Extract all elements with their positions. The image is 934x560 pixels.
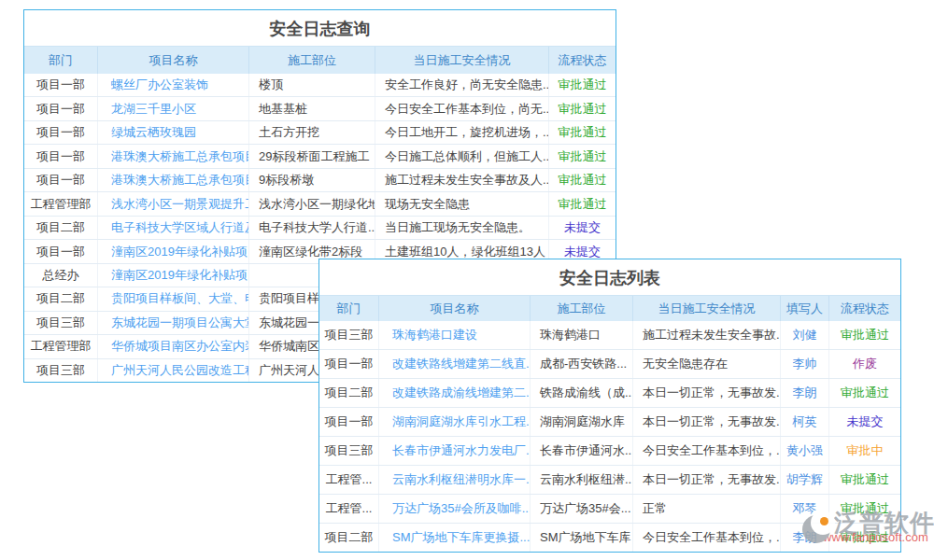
- cell-dept: 项目三部: [319, 437, 378, 465]
- table-row: 项目一部湖南洞庭湖水库引水工程...湖南洞庭湖水库本日一切正常，无事故发...柯…: [319, 407, 900, 436]
- cell-safety: 今日安全工作基本到位，...: [632, 524, 780, 552]
- cell-dept: 项目二部: [319, 379, 378, 407]
- window-title-query: 安全日志查询: [24, 10, 616, 46]
- cell-status: 审批通过: [828, 379, 900, 407]
- watermark-url: www.fanpusoft.com: [823, 530, 934, 544]
- cell-dept: 项目二部: [24, 287, 97, 310]
- col-header-location: 施工部位: [530, 296, 632, 321]
- cell-writer[interactable]: 李帅: [780, 350, 828, 378]
- cell-project[interactable]: 潼南区2019年绿化补贴项目-...: [97, 240, 248, 262]
- cell-project[interactable]: 长春市伊通河水力发电厂...: [378, 437, 530, 465]
- cell-dept: 项目一部: [24, 121, 97, 144]
- cell-location: 9标段桥墩: [248, 169, 375, 191]
- cell-location: 云南水利枢纽潜...: [530, 466, 632, 494]
- cell-dept: 项目三部: [24, 359, 97, 382]
- cell-dept: 项目二部: [24, 217, 97, 239]
- cell-project[interactable]: 港珠澳大桥施工总承包项目: [97, 169, 248, 191]
- cell-safety: 现场无安全隐患: [375, 192, 548, 215]
- cell-project[interactable]: 龙湖三千里小区: [97, 97, 248, 119]
- col-header-status: 流程状态: [828, 296, 900, 321]
- table-row: 项目二部改建铁路成渝线增建第二...铁路成渝线（成...本日一切正常，无事故发.…: [319, 378, 900, 407]
- table-row: 项目一部港珠澳大桥施工总承包项目9标段桥墩施工过程未发生安全事故及人...审批通…: [24, 168, 616, 191]
- cell-writer[interactable]: 胡学辉: [780, 466, 828, 494]
- cell-dept: 工程管理部: [24, 192, 97, 215]
- cell-safety: 本日一切正常，无事故发...: [632, 466, 780, 494]
- vendor-watermark: 泛普软件 www.fanpusoft.com: [797, 508, 934, 544]
- cell-dept: 工程管理部: [24, 335, 97, 357]
- cell-location: 成都-西安铁路...: [530, 350, 632, 378]
- cell-writer[interactable]: 李朗: [780, 379, 828, 407]
- cell-project[interactable]: 华侨城项目南区办公室内装修: [97, 335, 248, 357]
- cell-project[interactable]: 湖南洞庭湖水库引水工程...: [378, 408, 530, 436]
- cell-project[interactable]: 螺丝厂办公室装饰: [97, 74, 248, 96]
- cell-status: 审批通过: [828, 321, 900, 349]
- col-header-status: 流程状态: [548, 47, 616, 74]
- cell-project[interactable]: 港珠澳大桥施工总承包项目: [97, 145, 248, 167]
- cell-project[interactable]: 东城花园一期项目公寓大堂 装: [97, 312, 248, 334]
- cell-location: 铁路成渝线（成...: [530, 379, 632, 407]
- cell-project[interactable]: 珠海鹤港口建设: [378, 321, 530, 349]
- cell-dept: 项目二部: [319, 524, 378, 552]
- cell-status: 未提交: [828, 408, 900, 436]
- table-row: 工程管...云南水利枢纽潜明水库一...云南水利枢纽潜...本日一切正常，无事故…: [319, 465, 900, 494]
- cell-status: 审批通过: [548, 145, 616, 167]
- table-row: 项目一部龙湖三千里小区地基基桩今日安全工作基本到位，尚无...审批通过: [24, 96, 616, 119]
- cell-status: 审批通过: [548, 169, 616, 191]
- col-header-location: 施工部位: [248, 47, 375, 74]
- cell-dept: 项目一部: [24, 240, 97, 262]
- table-row: 项目三部珠海鹤港口建设珠海鹤港口施工过程未发生安全事故...刘健审批通过: [319, 321, 900, 349]
- cell-project[interactable]: 万达广场35#会所及咖啡...: [378, 495, 530, 523]
- cell-location: 湖南洞庭湖水库: [530, 408, 632, 436]
- cell-safety: 当日施工现场无安全隐患。: [375, 217, 548, 239]
- cell-dept: 项目一部: [24, 169, 97, 191]
- cell-location: 浅水湾小区一期绿化地: [248, 192, 375, 215]
- cell-project[interactable]: 改建铁路线增建第二线直...: [378, 350, 530, 378]
- cell-location: 楼顶: [248, 74, 375, 96]
- cell-status: 审批通过: [548, 121, 616, 144]
- cell-project[interactable]: 浅水湾小区一期景观提升工程: [97, 192, 248, 215]
- cell-status: 作废: [828, 350, 900, 378]
- cell-location: SM广场地下车库: [530, 524, 632, 552]
- cell-status: 审批中: [828, 437, 900, 465]
- cell-location: 电子科技大学人行道...: [248, 217, 375, 239]
- cell-project[interactable]: SM广场地下车库更换摄...: [378, 524, 530, 552]
- cell-safety: 今日施工总体顺利，但施工人...: [375, 145, 548, 167]
- col-header-project: 项目名称: [378, 296, 530, 321]
- cell-safety: 本日一切正常，无事故发...: [632, 408, 780, 436]
- query-table-header: 部门项目名称施工部位当日施工安全情况流程状态: [24, 46, 616, 74]
- cell-project[interactable]: 广州天河人民公园改造工程: [97, 359, 248, 382]
- cell-project[interactable]: 改建铁路成渝线增建第二...: [378, 379, 530, 407]
- cell-dept: 总经办: [24, 264, 97, 287]
- fanpu-logo-icon: [802, 515, 830, 543]
- cell-location: 珠海鹤港口: [530, 321, 632, 349]
- cell-location: 土石方开挖: [248, 121, 375, 144]
- cell-writer[interactable]: 柯英: [780, 408, 828, 436]
- cell-project[interactable]: 电子科技大学区域人行道及非: [97, 217, 248, 239]
- table-row: 项目三部长春市伊通河水力发电厂...长春市伊通河水...今日安全工作基本到位，.…: [319, 436, 900, 465]
- cell-safety: 今日工地开工，旋挖机进场，...: [375, 121, 548, 144]
- cell-writer[interactable]: 刘健: [780, 321, 828, 349]
- cell-project[interactable]: 潼南区2019年绿化补贴项目-...: [97, 264, 248, 287]
- cell-status: 审批通过: [828, 466, 900, 494]
- cell-dept: 项目一部: [319, 350, 378, 378]
- col-header-safety: 当日施工安全情况: [632, 296, 780, 321]
- cell-dept: 工程管...: [319, 466, 378, 494]
- cell-safety: 正常: [632, 495, 780, 523]
- table-row: 项目一部绿城云栖玫瑰园土石方开挖今日工地开工，旋挖机进场，...审批通过: [24, 120, 616, 144]
- cell-dept: 项目一部: [24, 74, 97, 96]
- cell-project[interactable]: 云南水利枢纽潜明水库一...: [378, 466, 530, 494]
- table-row: 项目一部港珠澳大桥施工总承包项目29标段桥面工程施工今日施工总体顺利，但施工人.…: [24, 144, 616, 167]
- cell-status: 审批通过: [548, 192, 616, 215]
- cell-safety: 无安全隐患存在: [632, 350, 780, 378]
- cell-location: 地基基桩: [248, 97, 375, 119]
- cell-safety: 施工过程未发生安全事故...: [632, 321, 780, 349]
- cell-project[interactable]: 绿城云栖玫瑰园: [97, 121, 248, 144]
- cell-dept: 项目三部: [24, 312, 97, 334]
- table-row: 项目二部电子科技大学区域人行道及非电子科技大学人行道...当日施工现场无安全隐患…: [24, 216, 616, 239]
- window-title-list: 安全日志列表: [319, 259, 900, 295]
- cell-status: 未提交: [548, 217, 616, 239]
- cell-location: 万达广场35#会...: [530, 495, 632, 523]
- cell-writer[interactable]: 黄小强: [780, 437, 828, 465]
- cell-dept: 项目三部: [319, 321, 378, 349]
- cell-project[interactable]: 贵阳项目样板间、大堂、电梯: [97, 287, 248, 310]
